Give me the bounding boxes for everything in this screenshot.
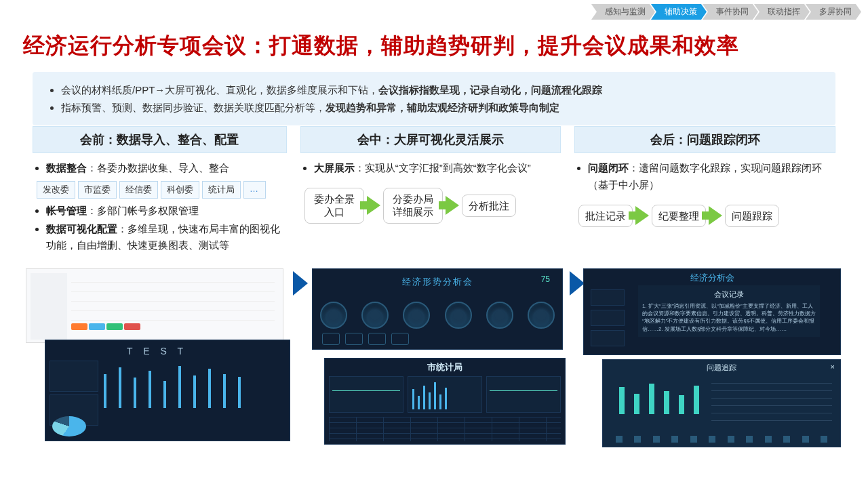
intro-line2: 指标预警、预测、数据同步验证、数据关联度匹配分析等，发现趋势和异常，辅助宏观经济… <box>61 99 819 117</box>
close-icon[interactable]: × <box>831 363 835 371</box>
gauge-icon <box>320 302 347 329</box>
flow-box: 问题跟踪 <box>725 205 779 228</box>
chevron-right-icon <box>570 271 585 296</box>
dept-tag[interactable]: 市监委 <box>78 181 117 199</box>
tab-perception[interactable]: 感知与监测 <box>591 4 655 20</box>
col2-flow: 委办全景入口 分委办局详细展示 分析批注 <box>304 188 557 224</box>
tab-multiscreen[interactable]: 多屏协同 <box>806 4 861 20</box>
mock-before-meeting: T E S T <box>26 268 290 441</box>
breadcrumb-tabs: 感知与监测 辅助决策 事件协同 联动指挥 多屏协同 <box>595 4 861 20</box>
dept-tag-more[interactable]: … <box>243 181 266 199</box>
col1-bullet3: 数据可视化配置：多维呈现，快速布局丰富的图视化功能，自由增删、快速更换图表、测试… <box>46 221 283 255</box>
col1-header: 会前：数据导入、整合、配置 <box>33 126 287 153</box>
arrow-right-icon <box>446 196 459 215</box>
mock-dashboard-test: T E S T <box>45 340 290 441</box>
col3-bullet1: 问题闭环：遗留问题数字化跟踪，实现问题跟踪闭环（基于中小屏） <box>588 160 831 194</box>
col2-bullet1: 大屏展示：实现从“文字汇报”到高效“数字化会议” <box>314 160 557 177</box>
tab-decision[interactable]: 辅助决策 <box>651 4 707 20</box>
memo-title: 会议记录 <box>642 289 816 300</box>
intro-box: 会议的材料纸质/PPT→大屏可视化、直观化，数据多维度展示和下钻，会议指标指数呈… <box>33 72 835 125</box>
arrow-right-icon <box>635 206 649 225</box>
mock-after-meeting: 经济分析会 会议记录 1. 扩大“三张”消息引用资源、以“加减检价”主要支撑了经… <box>583 268 848 447</box>
mock-score: 75 <box>541 274 550 284</box>
chevron-right-icon <box>293 271 308 296</box>
gauge-icon <box>486 302 513 329</box>
gauge-icon <box>528 302 555 329</box>
mock-title: 经济形势分析会 <box>402 276 473 288</box>
col2-header: 会中：大屏可视化灵活展示 <box>300 126 561 153</box>
arrow-right-icon <box>367 196 380 215</box>
mock-title: 问题追踪 <box>707 363 736 373</box>
column-in-meeting: 会中：大屏可视化灵活展示 大屏展示：实现从“文字汇报”到高效“数字化会议” 委办… <box>300 126 561 258</box>
gauge-icon <box>403 302 430 329</box>
columns: 会前：数据导入、整合、配置 数据整合：各委办数据收集、导入、整合 发改委 市监委… <box>33 126 835 258</box>
mock-economic-dashboard: 经济形势分析会 75 <box>312 268 563 350</box>
tab-event[interactable]: 事件协同 <box>703 4 758 20</box>
col1-bullet2: 帐号管理：多部门帐号多权限管理 <box>46 203 283 220</box>
col3-header: 会后：问题跟踪闭环 <box>574 126 835 153</box>
gauge-icon <box>361 302 389 329</box>
memo-body: 1. 扩大“三张”消息引用资源、以“加减检价”主要支撑了经济、新用、工人的会议资… <box>642 302 816 333</box>
intro-line1: 会议的材料纸质/PPT→大屏可视化、直观化，数据多维度展示和下钻，会议指标指数呈… <box>61 81 819 99</box>
mock-stats-bureau: 市统计局 <box>324 358 566 445</box>
dept-tag[interactable]: 经信委 <box>119 181 158 199</box>
column-before-meeting: 会前：数据导入、整合、配置 数据整合：各委办数据收集、导入、整合 发改委 市监委… <box>33 126 287 258</box>
mock-in-meeting: 经济形势分析会 75 市统计局 <box>312 268 570 445</box>
page-title: 经济运行分析专项会议：打通数据，辅助趋势研判，提升会议成果和效率 <box>23 31 739 61</box>
dept-tag[interactable]: 统计局 <box>202 181 241 199</box>
flow-box: 分析批注 <box>462 195 516 218</box>
arrow-right-icon <box>709 206 722 225</box>
mock-title: 经济分析会 <box>690 272 734 284</box>
flow-box: 委办全景入口 <box>304 188 364 224</box>
mock-title: 市统计局 <box>427 361 462 373</box>
gauge-icon <box>445 302 472 329</box>
pie-icon <box>52 416 86 436</box>
dept-tag[interactable]: 科创委 <box>161 181 199 199</box>
col3-flow: 批注记录 纪要整理 问题跟踪 <box>578 205 831 228</box>
flow-box: 分委办局详细展示 <box>383 188 443 224</box>
mock-meeting-memo: 经济分析会 会议记录 1. 扩大“三张”消息引用资源、以“加减检价”主要支撑了经… <box>583 268 841 355</box>
mock-title: T E S T <box>127 346 187 357</box>
flow-box: 批注记录 <box>578 205 633 228</box>
column-after-meeting: 会后：问题跟踪闭环 问题闭环：遗留问题数字化跟踪，实现问题跟踪闭环（基于中小屏）… <box>574 126 835 258</box>
dept-tags: 发改委 市监委 经信委 科创委 统计局 … <box>37 181 283 199</box>
flow-box: 纪要整理 <box>652 205 706 228</box>
mock-issue-tracking: 问题追踪 × <box>602 359 841 447</box>
col1-bullet1: 数据整合：各委办数据收集、导入、整合 <box>46 160 283 177</box>
mock-admin-table <box>26 268 283 343</box>
dept-tag[interactable]: 发改委 <box>37 181 75 199</box>
tab-command[interactable]: 联动指挥 <box>754 4 810 20</box>
